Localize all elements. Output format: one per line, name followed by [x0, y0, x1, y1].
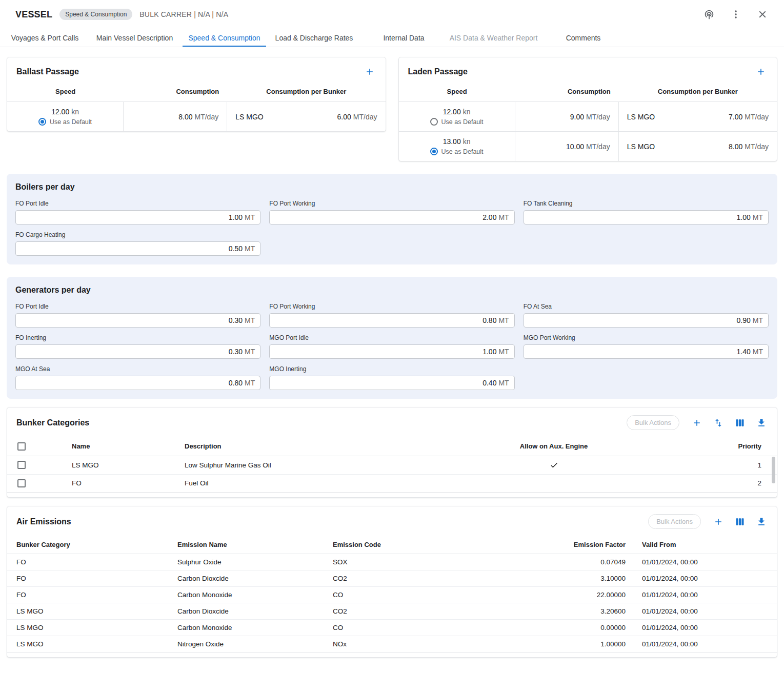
emission-code-cell: SOX — [325, 554, 478, 570]
field-input[interactable]: 0.80MT — [15, 376, 260, 390]
emission-factor-cell: 3.20600 — [478, 603, 634, 620]
use-as-default-label: Use as Default — [50, 118, 92, 126]
use-as-default-radio[interactable]: Use as Default — [38, 118, 92, 126]
more-options-icon[interactable] — [727, 5, 745, 24]
bunker-category-cell: LS MGO — [7, 620, 169, 636]
bunker-name-cell: FO — [64, 474, 176, 492]
column-header-speed: Speed — [7, 88, 124, 95]
air-emissions-card: Air Emissions Bulk Actions Bunker Catego… — [7, 506, 777, 658]
row-checkbox[interactable] — [17, 479, 26, 487]
select-all-checkbox[interactable] — [17, 442, 26, 451]
column-header-emission-code: Emission Code — [325, 536, 478, 554]
download-icon[interactable] — [755, 516, 768, 528]
field-label: FO Port Working — [269, 200, 514, 207]
columns-icon[interactable] — [734, 417, 746, 429]
tab-voyages-port-calls[interactable]: Voyages & Port Calls — [0, 29, 90, 47]
row-checkbox[interactable] — [17, 461, 26, 469]
tethering-icon[interactable] — [700, 5, 718, 24]
emission-row[interactable]: LS MGO Carbon Monoxide CO 0.00000 01/01/… — [7, 620, 777, 636]
columns-icon[interactable] — [734, 516, 746, 528]
field-label: FO Port Idle — [15, 200, 260, 207]
emission-row[interactable]: LS MGO Carbon Dioxcide CO2 3.20600 01/01… — [7, 603, 777, 620]
laden-passage-title: Laden Passage — [408, 67, 468, 76]
field-input[interactable]: 0.80MT — [269, 313, 514, 328]
emission-factor-cell: 3.10000 — [478, 570, 634, 587]
download-icon[interactable] — [755, 417, 768, 429]
use-as-default-radio[interactable]: Use as Default — [430, 148, 484, 155]
bulk-actions-button[interactable]: Bulk Actions — [648, 514, 701, 529]
bunker-categories-title: Bunker Categories — [16, 418, 89, 427]
bunker-name-cell: LS MGO — [64, 456, 176, 474]
bunker-consumption-value: 7.00MT/day — [729, 113, 769, 121]
sort-icon[interactable] — [712, 417, 725, 429]
column-header-consumption-per-bunker: Consumption per Bunker — [227, 88, 385, 95]
field-label: FO Port Working — [269, 303, 514, 310]
valid-from-cell: 01/01/2024, 00:00 — [634, 603, 777, 620]
bulk-actions-button[interactable]: Bulk Actions — [627, 415, 679, 430]
add-icon[interactable] — [712, 516, 725, 528]
field-input[interactable]: 1.00MT — [15, 210, 260, 225]
valid-from-cell: 01/01/2024, 00:00 — [634, 554, 777, 570]
tab-ais-data-weather-report[interactable]: AIS Data & Weather Report — [449, 29, 538, 47]
consumption-field: MGO Port Working 1.40MT — [524, 334, 769, 359]
emission-row[interactable]: FO Carbon Dioxcide CO2 3.10000 01/01/202… — [7, 570, 777, 587]
field-label: MGO At Sea — [15, 365, 260, 373]
field-input[interactable]: 2.00MT — [269, 210, 514, 225]
field-input[interactable]: 0.40MT — [269, 376, 514, 390]
emission-row[interactable]: LS MGO Nitrogen Oxide NOx 1.00000 01/01/… — [7, 636, 777, 652]
column-header-description: Description — [176, 437, 482, 456]
column-header-consumption: Consumption — [124, 88, 227, 95]
valid-from-cell: 01/01/2024, 00:00 — [634, 570, 777, 587]
air-emissions-table: Bunker Category Emission Name Emission C… — [7, 536, 777, 652]
emission-factor-cell: 22.00000 — [478, 587, 634, 603]
emission-name-cell: Nitrogen Oxide — [169, 636, 325, 652]
bunker-category-cell: FO — [7, 587, 169, 603]
field-input[interactable]: 0.30MT — [15, 313, 260, 328]
speed-row: 12.00kn Use as Default 9.00MT/day LS MGO… — [399, 101, 777, 131]
priority-cell: 2 — [626, 474, 777, 492]
ballast-passage-title: Ballast Passage — [16, 67, 79, 76]
tab-speed-consumption[interactable]: Speed & Consumption — [179, 29, 269, 47]
speed-value: 12.00kn — [443, 108, 471, 116]
consumption-field: FO Port Idle 1.00MT — [15, 200, 260, 225]
field-input[interactable]: 0.30MT — [15, 344, 260, 359]
field-input[interactable]: 1.00MT — [524, 210, 769, 225]
field-input[interactable]: 1.40MT — [524, 344, 769, 359]
tab-comments[interactable]: Comments — [538, 29, 628, 47]
field-input[interactable]: 0.50MT — [15, 241, 260, 256]
emission-row[interactable]: FO Carbon Monoxide CO 22.00000 01/01/202… — [7, 587, 777, 603]
bunker-category-cell: FO — [7, 570, 169, 587]
close-icon[interactable] — [753, 5, 772, 24]
column-header-consumption-per-bunker: Consumption per Bunker — [619, 88, 777, 95]
add-icon[interactable] — [691, 417, 703, 429]
consumption-value: 8.00MT/day — [124, 102, 227, 131]
field-label: MGO Port Working — [524, 334, 769, 341]
add-laden-speed-icon[interactable] — [754, 65, 768, 78]
add-ballast-speed-icon[interactable] — [363, 65, 376, 78]
consumption-field: FO Port Working 0.80MT — [269, 303, 514, 328]
field-input[interactable]: 0.90MT — [524, 313, 769, 328]
bunker-description-cell: Low Sulphur Marine Gas Oil — [176, 456, 482, 474]
bunker-consumption-value: 8.00MT/day — [729, 142, 769, 151]
consumption-field: FO At Sea 0.90MT — [524, 303, 769, 328]
speed-consumption-panel: Ballast Passage Speed Consumption Consum… — [0, 47, 784, 669]
air-emissions-title: Air Emissions — [16, 517, 71, 526]
bunker-category-row[interactable]: LS MGO Low Sulphur Marine Gas Oil 1 — [7, 456, 777, 474]
tab-load-discharge-rates[interactable]: Load & Discharge Rates — [269, 29, 359, 47]
bunker-categories-card: Bunker Categories Bulk Actions — [7, 407, 777, 498]
vessel-subtitle: BULK CARRER | N/A | N/A — [139, 10, 228, 18]
vertical-scrollbar[interactable] — [772, 457, 775, 483]
consumption-field: MGO Inerting 0.40MT — [269, 365, 514, 390]
use-as-default-radio[interactable]: Use as Default — [430, 118, 484, 126]
dialog-header: VESSEL Speed & Consumption BULK CARRER |… — [0, 0, 784, 29]
bunker-category-row[interactable]: FO Fuel Oil 2 — [7, 474, 777, 492]
field-input[interactable]: 1.00MT — [269, 344, 514, 359]
emission-row[interactable]: FO Sulphur Oxide SOX 0.07049 01/01/2024,… — [7, 554, 777, 570]
bunker-category-cell: LS MGO — [7, 636, 169, 652]
consumption-field: FO Port Idle 0.30MT — [15, 303, 260, 328]
valid-from-cell: 01/01/2024, 00:00 — [634, 620, 777, 636]
tab-internal-data[interactable]: Internal Data — [359, 29, 449, 47]
consumption-field: FO Tank Cleaning 1.00MT — [524, 200, 769, 225]
tab-main-vessel-description[interactable]: Main Vessel Description — [90, 29, 179, 47]
column-header-valid-from: Valid From — [634, 536, 777, 554]
